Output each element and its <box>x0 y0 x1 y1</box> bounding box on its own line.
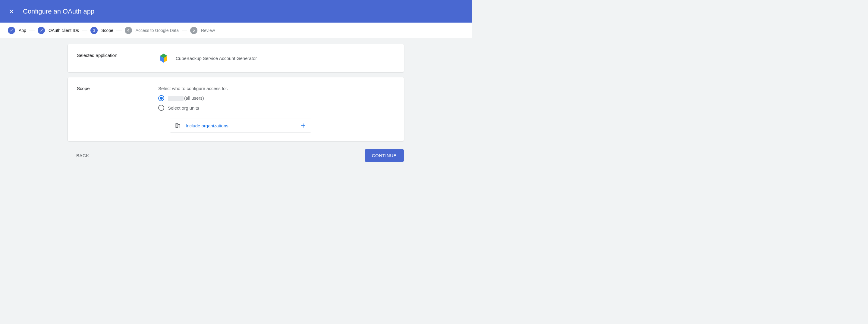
step-label: App <box>19 28 26 33</box>
back-button[interactable]: BACK <box>68 150 98 161</box>
connector <box>82 30 87 30</box>
step-app[interactable]: App <box>8 27 26 34</box>
page-title: Configure an OAuth app <box>23 7 94 15</box>
radio-icon <box>158 95 164 101</box>
close-icon[interactable] <box>8 8 14 14</box>
include-organizations-label: Include organizations <box>186 123 296 128</box>
radio-org-units-label: Select org units <box>168 105 199 110</box>
scope-label: Scope <box>77 86 158 132</box>
check-icon <box>38 27 45 34</box>
building-icon <box>175 123 181 129</box>
step-number: 4 <box>125 27 132 34</box>
step-scope[interactable]: 3 Scope <box>90 27 113 34</box>
selected-application-card: Selected application CubeBackup Service … <box>68 44 404 72</box>
continue-button[interactable]: CONTINUE <box>365 149 404 162</box>
connector <box>116 30 122 30</box>
step-number: 3 <box>90 27 98 34</box>
step-label: OAuth client IDs <box>49 28 79 33</box>
radio-icon <box>158 105 164 111</box>
selected-app-label: Selected application <box>77 53 158 64</box>
redacted-org-name <box>168 96 184 101</box>
step-review: 5 Review <box>190 27 215 34</box>
selected-app-name: CubeBackup Service Account Generator <box>176 56 257 61</box>
page-header: Configure an OAuth app <box>0 0 472 23</box>
check-icon <box>8 27 15 34</box>
connector <box>182 30 187 30</box>
scope-card: Scope Select who to configure access for… <box>68 77 404 141</box>
plus-icon <box>300 123 306 129</box>
wizard-stepper: App OAuth client IDs 3 Scope 4 Access to… <box>0 23 472 38</box>
step-number: 5 <box>190 27 197 34</box>
content-area: Selected application CubeBackup Service … <box>0 38 472 171</box>
step-label: Review <box>201 28 215 33</box>
step-label: Access to Google Data <box>135 28 179 33</box>
app-logo-icon <box>158 53 169 64</box>
wizard-footer: BACK CONTINUE <box>68 147 404 162</box>
scope-hint: Select who to configure access for. <box>158 86 395 91</box>
step-access-google-data: 4 Access to Google Data <box>125 27 179 34</box>
connector <box>29 30 35 30</box>
step-oauth-client-ids[interactable]: OAuth client IDs <box>38 27 79 34</box>
include-organizations-button[interactable]: Include organizations <box>170 119 311 132</box>
radio-all-users-label: (all users) <box>168 95 204 101</box>
radio-select-org-units[interactable]: Select org units <box>158 105 395 111</box>
step-label: Scope <box>101 28 113 33</box>
radio-all-users[interactable]: (all users) <box>158 95 395 101</box>
